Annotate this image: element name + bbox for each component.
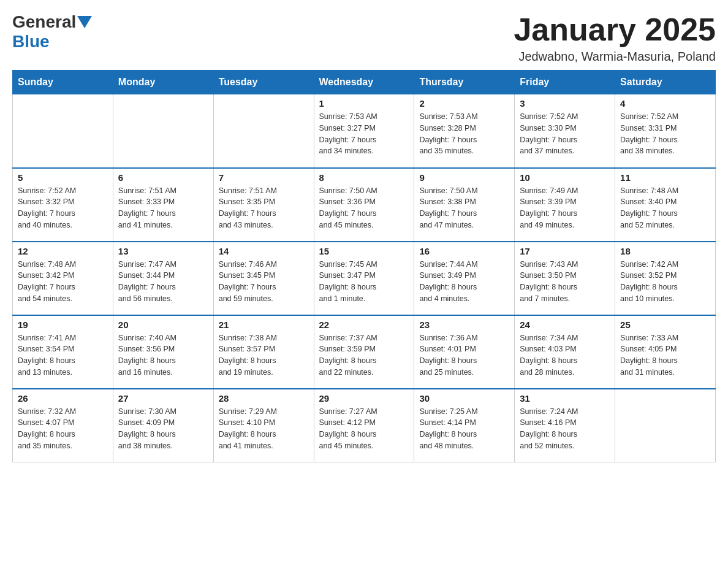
day-number: 25 [620,320,710,330]
day-number: 3 [520,98,610,109]
day-number: 7 [219,172,309,183]
day-cell: 8Sunrise: 7:50 AM Sunset: 3:36 PM Daylig… [314,168,414,242]
day-cell [113,94,213,168]
logo: General Blue [12,12,93,52]
week-row-2: 5Sunrise: 7:52 AM Sunset: 3:32 PM Daylig… [13,168,716,242]
day-info: Sunrise: 7:32 AM Sunset: 4:07 PM Dayligh… [18,406,108,452]
page-header: General Blue January 2025 Jedwabno, Warm… [12,12,716,64]
header-cell-thursday: Thursday [414,71,515,94]
month-year-title: January 2025 [514,12,716,47]
day-info: Sunrise: 7:50 AM Sunset: 3:38 PM Dayligh… [419,185,509,231]
day-cell: 3Sunrise: 7:52 AM Sunset: 3:30 PM Daylig… [515,94,615,168]
day-cell: 10Sunrise: 7:49 AM Sunset: 3:39 PM Dayli… [515,168,615,242]
day-cell: 27Sunrise: 7:30 AM Sunset: 4:09 PM Dayli… [113,389,213,462]
logo-general-text: General [12,12,76,32]
calendar-table: SundayMondayTuesdayWednesdayThursdayFrid… [12,70,716,462]
day-number: 4 [620,98,710,109]
day-cell: 16Sunrise: 7:44 AM Sunset: 3:49 PM Dayli… [414,242,515,315]
day-info: Sunrise: 7:37 AM Sunset: 3:59 PM Dayligh… [319,332,409,378]
day-cell: 31Sunrise: 7:24 AM Sunset: 4:16 PM Dayli… [515,389,615,462]
day-cell [13,94,113,168]
day-info: Sunrise: 7:25 AM Sunset: 4:14 PM Dayligh… [419,406,509,452]
day-number: 27 [118,393,208,404]
header-row: SundayMondayTuesdayWednesdayThursdayFrid… [13,71,716,94]
day-number: 22 [319,320,409,330]
day-info: Sunrise: 7:51 AM Sunset: 3:33 PM Dayligh… [118,185,208,231]
day-info: Sunrise: 7:48 AM Sunset: 3:40 PM Dayligh… [620,185,710,231]
day-number: 15 [319,246,409,256]
day-cell: 28Sunrise: 7:29 AM Sunset: 4:10 PM Dayli… [213,389,314,462]
day-cell: 26Sunrise: 7:32 AM Sunset: 4:07 PM Dayli… [13,389,113,462]
day-number: 9 [419,172,509,183]
day-number: 31 [520,393,610,404]
day-cell: 9Sunrise: 7:50 AM Sunset: 3:38 PM Daylig… [414,168,515,242]
day-cell: 24Sunrise: 7:34 AM Sunset: 4:03 PM Dayli… [515,315,615,389]
day-info: Sunrise: 7:27 AM Sunset: 4:12 PM Dayligh… [319,406,409,452]
week-row-1: 1Sunrise: 7:53 AM Sunset: 3:27 PM Daylig… [13,94,716,168]
day-info: Sunrise: 7:38 AM Sunset: 3:57 PM Dayligh… [219,332,309,378]
day-number: 16 [419,246,509,256]
day-number: 6 [118,172,208,183]
week-row-5: 26Sunrise: 7:32 AM Sunset: 4:07 PM Dayli… [13,389,716,462]
day-number: 29 [319,393,409,404]
day-number: 30 [419,393,509,404]
day-info: Sunrise: 7:51 AM Sunset: 3:35 PM Dayligh… [219,185,309,231]
day-number: 23 [419,320,509,330]
week-row-4: 19Sunrise: 7:41 AM Sunset: 3:54 PM Dayli… [13,315,716,389]
day-info: Sunrise: 7:42 AM Sunset: 3:52 PM Dayligh… [620,259,710,305]
day-info: Sunrise: 7:46 AM Sunset: 3:45 PM Dayligh… [219,259,309,305]
day-number: 11 [620,172,710,183]
day-info: Sunrise: 7:53 AM Sunset: 3:28 PM Dayligh… [419,111,509,157]
day-cell: 29Sunrise: 7:27 AM Sunset: 4:12 PM Dayli… [314,389,414,462]
day-cell: 18Sunrise: 7:42 AM Sunset: 3:52 PM Dayli… [615,242,716,315]
day-number: 8 [319,172,409,183]
calendar-body: 1Sunrise: 7:53 AM Sunset: 3:27 PM Daylig… [13,94,716,462]
day-info: Sunrise: 7:29 AM Sunset: 4:10 PM Dayligh… [219,406,309,452]
day-cell: 17Sunrise: 7:43 AM Sunset: 3:50 PM Dayli… [515,242,615,315]
week-row-3: 12Sunrise: 7:48 AM Sunset: 3:42 PM Dayli… [13,242,716,315]
day-cell: 14Sunrise: 7:46 AM Sunset: 3:45 PM Dayli… [213,242,314,315]
day-cell: 15Sunrise: 7:45 AM Sunset: 3:47 PM Dayli… [314,242,414,315]
day-info: Sunrise: 7:45 AM Sunset: 3:47 PM Dayligh… [319,259,409,305]
logo-triangle-icon [77,16,92,28]
day-number: 1 [319,98,409,109]
day-info: Sunrise: 7:52 AM Sunset: 3:31 PM Dayligh… [620,111,710,157]
day-cell: 4Sunrise: 7:52 AM Sunset: 3:31 PM Daylig… [615,94,716,168]
day-number: 13 [118,246,208,256]
day-cell: 30Sunrise: 7:25 AM Sunset: 4:14 PM Dayli… [414,389,515,462]
day-info: Sunrise: 7:34 AM Sunset: 4:03 PM Dayligh… [520,332,610,378]
header-cell-wednesday: Wednesday [314,71,414,94]
day-cell: 11Sunrise: 7:48 AM Sunset: 3:40 PM Dayli… [615,168,716,242]
day-cell: 21Sunrise: 7:38 AM Sunset: 3:57 PM Dayli… [213,315,314,389]
day-info: Sunrise: 7:52 AM Sunset: 3:30 PM Dayligh… [520,111,610,157]
day-info: Sunrise: 7:44 AM Sunset: 3:49 PM Dayligh… [419,259,509,305]
day-cell: 22Sunrise: 7:37 AM Sunset: 3:59 PM Dayli… [314,315,414,389]
day-info: Sunrise: 7:24 AM Sunset: 4:16 PM Dayligh… [520,406,610,452]
day-info: Sunrise: 7:47 AM Sunset: 3:44 PM Dayligh… [118,259,208,305]
day-cell: 19Sunrise: 7:41 AM Sunset: 3:54 PM Dayli… [13,315,113,389]
day-info: Sunrise: 7:33 AM Sunset: 4:05 PM Dayligh… [620,332,710,378]
calendar-header: SundayMondayTuesdayWednesdayThursdayFrid… [13,71,716,94]
day-number: 18 [620,246,710,256]
day-info: Sunrise: 7:41 AM Sunset: 3:54 PM Dayligh… [18,332,108,378]
day-number: 20 [118,320,208,330]
day-cell: 23Sunrise: 7:36 AM Sunset: 4:01 PM Dayli… [414,315,515,389]
day-info: Sunrise: 7:40 AM Sunset: 3:56 PM Dayligh… [118,332,208,378]
day-cell [213,94,314,168]
day-cell: 25Sunrise: 7:33 AM Sunset: 4:05 PM Dayli… [615,315,716,389]
title-block: January 2025 Jedwabno, Warmia-Masuria, P… [514,12,716,64]
day-info: Sunrise: 7:43 AM Sunset: 3:50 PM Dayligh… [520,259,610,305]
header-cell-tuesday: Tuesday [213,71,314,94]
header-cell-friday: Friday [515,71,615,94]
day-info: Sunrise: 7:50 AM Sunset: 3:36 PM Dayligh… [319,185,409,231]
day-number: 5 [18,172,108,183]
day-cell: 6Sunrise: 7:51 AM Sunset: 3:33 PM Daylig… [113,168,213,242]
day-cell: 7Sunrise: 7:51 AM Sunset: 3:35 PM Daylig… [213,168,314,242]
day-cell [615,389,716,462]
day-number: 21 [219,320,309,330]
day-number: 10 [520,172,610,183]
logo-blue-text: Blue [12,32,50,51]
day-cell: 5Sunrise: 7:52 AM Sunset: 3:32 PM Daylig… [13,168,113,242]
header-cell-saturday: Saturday [615,71,716,94]
day-cell: 20Sunrise: 7:40 AM Sunset: 3:56 PM Dayli… [113,315,213,389]
